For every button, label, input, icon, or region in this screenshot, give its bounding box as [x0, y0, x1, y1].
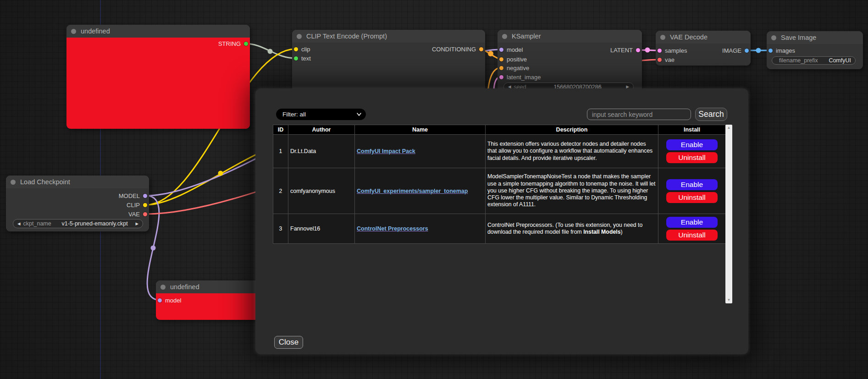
port-label: latent_image: [507, 74, 541, 81]
search-input[interactable]: [587, 109, 691, 120]
port-dot-vae-input[interactable]: [658, 58, 662, 62]
port-dot-conditioning-output[interactable]: [479, 47, 483, 51]
port-label: samples: [665, 47, 687, 54]
link-midpoint-dot[interactable]: [218, 171, 223, 176]
port-label: vae: [665, 56, 674, 63]
node-status-dot: [502, 34, 507, 39]
column-header-description: Description: [486, 125, 658, 135]
close-button[interactable]: Close: [274, 336, 303, 349]
uninstall-button[interactable]: Uninstall: [666, 192, 718, 203]
port-dot-text-input[interactable]: [294, 56, 298, 60]
node-status-dot: [297, 34, 302, 39]
install-cell: Enable Uninstall: [658, 135, 726, 168]
node-vae-decode[interactable]: VAE Decode samples vae IMAGE: [656, 31, 751, 66]
node-save-image[interactable]: Save Image images filename_prefix ComfyU…: [767, 31, 863, 69]
node-title-bar[interactable]: VAE Decode: [656, 31, 751, 44]
port-dot-images-input[interactable]: [768, 49, 773, 53]
port-dot-model-input[interactable]: [499, 48, 503, 52]
link-midpoint-dot[interactable]: [756, 48, 761, 53]
widget-right-arrow-icon[interactable]: ▶: [135, 222, 138, 226]
link-midpoint-dot[interactable]: [645, 48, 650, 53]
scroll-up-icon[interactable]: ▲: [727, 125, 731, 131]
column-header-author: Author: [288, 125, 355, 135]
enable-button[interactable]: Enable: [666, 217, 718, 228]
node-status-dot: [11, 180, 16, 185]
node-undefined-top[interactable]: undefined STRING: [66, 25, 250, 129]
uninstall-button[interactable]: Uninstall: [666, 230, 718, 241]
port-label: clip: [301, 46, 310, 53]
table-header-row: ID Author Name Description Install: [273, 125, 726, 135]
extension-description: This extension offers various detector n…: [486, 135, 658, 168]
table-scrollbar[interactable]: ▲ ▼: [725, 125, 732, 303]
node-status-dot: [771, 35, 776, 40]
node-title-bar[interactable]: KSampler: [498, 30, 642, 43]
port-label: positive: [507, 56, 527, 63]
filter-select-wrap: Filter: all: [276, 109, 366, 120]
widget-value: ComfyUI: [821, 57, 851, 64]
port-label: MODEL: [119, 192, 140, 199]
column-header-name: Name: [355, 125, 486, 135]
port-dot-vae-output[interactable]: [143, 212, 147, 216]
port-dot-model-output[interactable]: [143, 194, 147, 198]
node-status-dot: [160, 285, 166, 290]
node-load-checkpoint[interactable]: Load Checkpoint MODEL CLIP VAE ◀ ckpt_na…: [6, 176, 149, 231]
node-title-bar[interactable]: Save Image: [767, 31, 863, 44]
filename-prefix-widget[interactable]: filename_prefix ComfyUI: [772, 56, 856, 65]
link-midpoint-dot[interactable]: [488, 51, 493, 56]
table-row: 2 comfyanonymous ComfyUI_experiments/sam…: [273, 168, 726, 214]
link-midpoint-dot[interactable]: [151, 246, 156, 251]
node-status-dot: [660, 35, 665, 40]
node-title: Save Image: [781, 34, 816, 41]
extension-link[interactable]: ControlNet Preprocessors: [357, 225, 428, 232]
extension-author: Fannovel16: [288, 214, 355, 244]
port-dot-positive-input[interactable]: [499, 57, 503, 61]
extension-link[interactable]: ComfyUI Impact Pack: [357, 148, 415, 154]
port-label: images: [776, 47, 795, 54]
port-dot-clip-input[interactable]: [294, 47, 298, 51]
enable-button[interactable]: Enable: [666, 139, 718, 150]
description-bold-text: Install Models: [583, 229, 620, 235]
node-title-bar[interactable]: undefined: [66, 25, 250, 38]
enable-button[interactable]: Enable: [666, 179, 718, 190]
port-dot-model-input[interactable]: [158, 298, 162, 302]
port-label: CLIP: [127, 202, 140, 209]
port-label: model: [165, 297, 181, 304]
extension-author: comfyanonymous: [288, 168, 355, 214]
description-text: ModelSamplerTonemapNoiseTest a node that…: [487, 173, 655, 208]
description-text: This extension offers various detector n…: [487, 141, 652, 161]
node-title: undefined: [81, 27, 110, 35]
node-title-bar[interactable]: CLIP Text Encode (Prompt): [292, 30, 485, 43]
node-undefined-bottom[interactable]: undefined model: [156, 280, 268, 320]
scroll-down-icon[interactable]: ▼: [727, 297, 731, 303]
table-row: 3 Fannovel16 ControlNet Preprocessors Co…: [273, 214, 726, 244]
widget-label: ckpt_name: [23, 220, 51, 227]
node-title-bar[interactable]: Load Checkpoint: [6, 176, 149, 188]
node-title: KSampler: [512, 33, 541, 40]
port-label: CONDITIONING: [432, 46, 476, 53]
node-title: undefined: [170, 283, 199, 291]
port-dot-samples-input[interactable]: [658, 49, 662, 53]
search-button[interactable]: Search: [695, 108, 727, 121]
uninstall-button[interactable]: Uninstall: [666, 152, 718, 163]
extension-link[interactable]: ComfyUI_experiments/sampler_tonemap: [357, 188, 468, 194]
extension-id: 2: [273, 168, 288, 214]
port-dot-string-output[interactable]: [244, 42, 248, 46]
widget-left-arrow-icon[interactable]: ◀: [17, 222, 21, 226]
filter-select[interactable]: Filter: all: [276, 109, 366, 120]
port-dot-image-output[interactable]: [745, 49, 749, 53]
node-title-bar[interactable]: undefined: [156, 280, 268, 293]
port-dot-latent-image-input[interactable]: [499, 75, 503, 79]
install-cell: Enable Uninstall: [658, 168, 726, 214]
node-status-dot: [71, 29, 76, 34]
column-header-id: ID: [273, 125, 288, 135]
port-dot-latent-output[interactable]: [636, 48, 640, 52]
port-label: LATENT: [610, 47, 633, 54]
column-header-install: Install: [658, 125, 726, 135]
link-midpoint-dot[interactable]: [268, 49, 273, 54]
node-title: VAE Decode: [670, 33, 708, 41]
extension-id: 1: [273, 135, 288, 168]
port-dot-clip-output[interactable]: [143, 203, 147, 207]
extension-author: Dr.Lt.Data: [288, 135, 355, 168]
ckpt-name-widget[interactable]: ◀ ckpt_name v1-5-pruned-emaonly.ckpt ▶: [13, 219, 143, 228]
port-dot-negative-input[interactable]: [499, 66, 503, 70]
